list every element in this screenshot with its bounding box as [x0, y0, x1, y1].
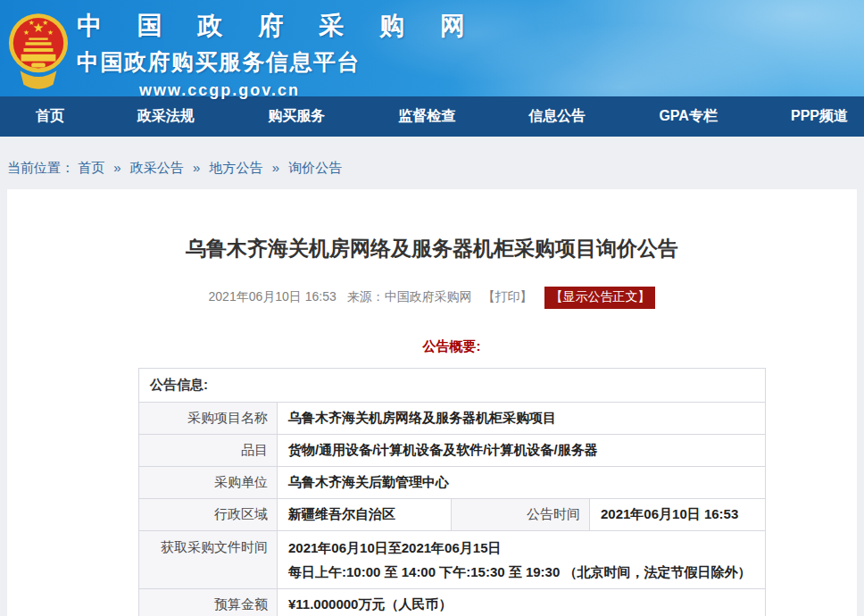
- doc-time-line1: 2021年06月10日至2021年06月15日: [288, 536, 754, 560]
- breadcrumb-separator: »: [113, 160, 120, 175]
- breadcrumb-separator: »: [272, 160, 279, 175]
- row-budget: 预算金额 ¥11.000000万元（人民币）: [139, 589, 766, 616]
- field-label: 采购单位: [139, 467, 278, 499]
- field-value: 乌鲁木齐海关后勤管理中心: [278, 467, 766, 499]
- field-label: 获取采购文件时间: [139, 531, 278, 589]
- field-value: 2021年06月10日 16:53: [590, 499, 766, 531]
- row-purchasing-unit: 采购单位 乌鲁木齐海关后勤管理中心: [139, 467, 766, 499]
- summary-heading: 公告概要:: [138, 338, 765, 355]
- table-section-header: 公告信息:: [139, 369, 766, 403]
- print-button[interactable]: 【打印】: [483, 289, 533, 304]
- row-category: 品目 货物/通用设备/计算机设备及软件/计算机设备/服务器: [139, 435, 766, 467]
- content-panel: 乌鲁木齐海关机房网络及服务器机柜采购项目询价公告 2021年06月10日 16:…: [7, 189, 857, 616]
- doc-time-line2: 每日上午:10:00 至 14:00 下午:15:30 至 19:30 （北京时…: [288, 560, 754, 584]
- show-full-notice-button[interactable]: 【显示公告正文】: [544, 287, 655, 309]
- site-title: 中 国 政 府 采 购 网: [77, 9, 362, 43]
- article-meta: 2021年06月10日 16:53 来源：中国政府采购网 【打印】 【显示公告正…: [7, 287, 857, 309]
- nav-item-ppp[interactable]: PPP频道: [791, 107, 848, 126]
- nav-item-announcements[interactable]: 信息公告: [528, 107, 586, 126]
- nav-item-purchase-services[interactable]: 购买服务: [268, 107, 325, 126]
- breadcrumb-separator: »: [193, 160, 200, 175]
- field-label: 预算金额: [139, 589, 278, 616]
- field-value: 新疆维吾尔自治区: [278, 499, 452, 531]
- site-url: www.ccgp.gov.cn: [77, 81, 362, 100]
- meta-datetime: 2021年06月10日 16:53: [209, 289, 336, 304]
- field-label: 公告时间: [452, 499, 590, 531]
- field-value: 2021年06月10日至2021年06月15日 每日上午:10:00 至 14:…: [278, 531, 766, 589]
- breadcrumb-link-local-notices[interactable]: 地方公告: [210, 160, 263, 175]
- notice-info-table: 公告信息: 采购项目名称 乌鲁木齐海关机房网络及服务器机柜采购项目 品目 货物/…: [138, 368, 766, 616]
- nav-item-home[interactable]: 首页: [36, 107, 64, 126]
- field-label: 行政区域: [139, 499, 278, 531]
- breadcrumb-link-home[interactable]: 首页: [78, 160, 104, 175]
- nav-item-gpa[interactable]: GPA专栏: [659, 107, 717, 126]
- main-nav: 首页 政采法规 购买服务 监督检查 信息公告 GPA专栏 PPP频道: [0, 96, 864, 137]
- svg-text:★: ★: [47, 29, 54, 37]
- nav-item-regulations[interactable]: 政采法规: [137, 107, 195, 126]
- svg-text:★: ★: [42, 19, 48, 27]
- breadcrumb-label: 当前位置：: [7, 160, 74, 175]
- nav-item-supervision[interactable]: 监督检查: [398, 107, 455, 126]
- meta-source-label: 来源：: [347, 289, 385, 304]
- breadcrumb-link-procurement-notices[interactable]: 政采公告: [130, 160, 184, 175]
- section-title: 公告信息:: [139, 369, 766, 403]
- field-value: ¥11.000000万元（人民币）: [278, 589, 766, 616]
- site-banner: ★ ★ ★ ★ ★ 中 国 政 府 采 购 网 中国政府购买服务信息平台 www…: [0, 0, 864, 96]
- row-project-name: 采购项目名称 乌鲁木齐海关机房网络及服务器机柜采购项目: [139, 403, 766, 435]
- svg-text:★: ★: [29, 19, 35, 27]
- field-label: 采购项目名称: [139, 403, 278, 435]
- row-region-and-announce-time: 行政区域 新疆维吾尔自治区 公告时间 2021年06月10日 16:53: [139, 499, 766, 531]
- meta-source-name: 中国政府采购网: [385, 289, 472, 304]
- page-title: 乌鲁木齐海关机房网络及服务器机柜采购项目询价公告: [7, 234, 857, 262]
- svg-text:★: ★: [23, 29, 29, 37]
- field-value: 乌鲁木齐海关机房网络及服务器机柜采购项目: [278, 403, 766, 435]
- field-value: 货物/通用设备/计算机设备及软件/计算机设备/服务器: [278, 435, 766, 467]
- site-subtitle: 中国政府购买服务信息平台: [77, 47, 362, 77]
- national-emblem-icon: ★ ★ ★ ★ ★: [8, 7, 69, 96]
- field-label: 品目: [139, 435, 278, 467]
- breadcrumb-link-inquiry-notices[interactable]: 询价公告: [288, 160, 342, 175]
- breadcrumb: 当前位置： 首页 » 政采公告 » 地方公告 » 询价公告: [0, 137, 864, 189]
- row-doc-obtain-time: 获取采购文件时间 2021年06月10日至2021年06月15日 每日上午:10…: [139, 531, 766, 589]
